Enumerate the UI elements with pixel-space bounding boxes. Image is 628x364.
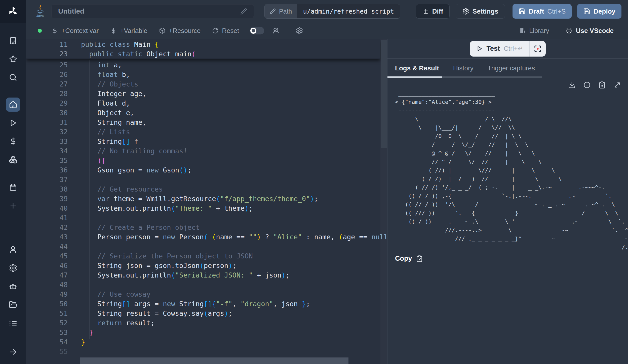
test-button[interactable]: Test Ctrl+↵ bbox=[470, 41, 530, 57]
path-value[interactable]: u/admin/refreshed_script bbox=[297, 4, 400, 18]
code-line-31[interactable]: 31 String name, bbox=[26, 117, 380, 127]
path-label-segment[interactable]: Path bbox=[265, 4, 297, 18]
line-number: 51 bbox=[26, 309, 68, 317]
use-vscode-button[interactable]: Use VScode bbox=[560, 23, 619, 39]
code-line-42[interactable]: 42 // Create a Person object bbox=[26, 222, 380, 232]
sidebar-item-settings[interactable] bbox=[6, 261, 20, 275]
sidebar-item-favorites[interactable] bbox=[6, 52, 20, 66]
settings-button[interactable]: Settings bbox=[456, 4, 505, 19]
code-line-26[interactable]: 26 float b, bbox=[26, 70, 380, 79]
code-line-50[interactable]: 50 String[] args = new String[]{"-f", "d… bbox=[26, 299, 380, 308]
code-lines[interactable]: 25 int a,26 float b,27 // Objects28 Inte… bbox=[26, 60, 380, 356]
sidebar-item-workers[interactable] bbox=[6, 279, 20, 293]
result-output[interactable]: _____________________________ < {"name":… bbox=[395, 89, 628, 252]
line-number: 52 bbox=[26, 319, 68, 327]
diff-button[interactable]: Diff bbox=[416, 4, 450, 19]
code-line-38[interactable]: 38 // Get resources bbox=[26, 184, 380, 194]
reset-button[interactable]: Reset bbox=[206, 23, 245, 39]
sidebar-item-resources[interactable] bbox=[6, 153, 20, 167]
assistant-toggle[interactable] bbox=[250, 27, 264, 34]
code-editor[interactable]: 25 int a,26 float b,27 // Objects28 Inte… bbox=[26, 39, 387, 364]
sidebar-item-add[interactable] bbox=[6, 199, 20, 213]
code-line-35[interactable]: 35 ){ bbox=[26, 156, 380, 165]
code-line-36[interactable]: 36 Gson gson = new Gson(); bbox=[26, 165, 380, 175]
sticky-scroll-lines[interactable]: 11public class Main {23 public static Ob… bbox=[26, 39, 380, 59]
deploy-button[interactable]: Deploy bbox=[577, 4, 621, 19]
copy-result-button[interactable]: Copy bbox=[395, 255, 628, 262]
edit-pencil-icon bbox=[270, 8, 276, 14]
code-line-25[interactable]: 25 int a, bbox=[26, 60, 380, 70]
code-line-46[interactable]: 46 String json = gson.toJson(person); bbox=[26, 261, 380, 270]
dollar-icon bbox=[9, 137, 17, 146]
app-window: Java Untitled Path u/admin/refreshed_scr… bbox=[0, 0, 628, 364]
line-number: 45 bbox=[26, 252, 68, 260]
sidebar-item-home[interactable] bbox=[6, 98, 20, 112]
clipboard-paste-icon[interactable] bbox=[598, 81, 606, 89]
code-line-48[interactable]: 48 bbox=[26, 280, 380, 289]
code-line-44[interactable]: 44 bbox=[26, 242, 380, 251]
sidebar-item-account[interactable] bbox=[6, 243, 20, 257]
multiplayer-button[interactable] bbox=[267, 27, 284, 34]
code-line-30[interactable]: 30 Object e, bbox=[26, 108, 380, 117]
tab-trigger-captures[interactable]: Trigger captures bbox=[488, 64, 535, 72]
sidebar-item-search[interactable] bbox=[6, 70, 20, 84]
code-line-43[interactable]: 43 Person person = new Person( (name == … bbox=[26, 232, 380, 242]
code-line-45[interactable]: 45 // Serialize the Person object to JSO… bbox=[26, 251, 380, 261]
code-line-51[interactable]: 51 String result = Cowsay.say(args); bbox=[26, 308, 380, 318]
scrollbar-thumb[interactable] bbox=[381, 40, 387, 148]
code-line-11[interactable]: 11public class Main { bbox=[26, 39, 380, 49]
sidebar-item-audit-logs[interactable] bbox=[6, 316, 20, 330]
line-number: 40 bbox=[26, 204, 68, 212]
code-line-40[interactable]: 40 System.out.println("Theme: " + theme)… bbox=[26, 203, 380, 213]
code-line-47[interactable]: 47 System.out.println("Serialized JSON: … bbox=[26, 270, 380, 280]
sidebar-item-runs[interactable] bbox=[6, 116, 20, 130]
code-line-55[interactable]: 55 bbox=[26, 347, 380, 356]
edit-pencil-icon[interactable] bbox=[240, 8, 247, 15]
add-variable-button[interactable]: +Variable bbox=[104, 23, 153, 39]
path-field[interactable]: Path u/admin/refreshed_script bbox=[264, 4, 400, 19]
code-line-28[interactable]: 28 Integer age, bbox=[26, 89, 380, 98]
line-number: 28 bbox=[26, 90, 68, 98]
editor-vertical-scrollbar[interactable] bbox=[380, 39, 387, 364]
capture-button[interactable] bbox=[530, 41, 546, 57]
library-button[interactable]: Library bbox=[514, 23, 555, 39]
editor-settings-button[interactable] bbox=[291, 27, 308, 34]
sidebar-item-variables[interactable] bbox=[6, 134, 20, 148]
code-line-27[interactable]: 27 // Objects bbox=[26, 79, 380, 89]
code-line-23[interactable]: 23 public static Object main( bbox=[26, 49, 380, 59]
sidebar-item-workspace[interactable] bbox=[6, 34, 20, 48]
code-line-32[interactable]: 32 // Lists bbox=[26, 127, 380, 136]
code-line-49[interactable]: 49 // Use cowsay bbox=[26, 289, 380, 299]
code-line-29[interactable]: 29 Float d, bbox=[26, 98, 380, 108]
sidebar-expand-button[interactable] bbox=[6, 345, 20, 359]
code-line-34[interactable]: 34 // No trailing commas! bbox=[26, 146, 380, 156]
sidebar-item-folders[interactable] bbox=[6, 298, 20, 312]
panel-tabs: Logs & Result History Trigger captures bbox=[387, 59, 628, 78]
tab-history[interactable]: History bbox=[453, 64, 474, 72]
code-line-41[interactable]: 41 bbox=[26, 213, 380, 222]
calendar-icon bbox=[9, 183, 17, 192]
code-line-54[interactable]: 54} bbox=[26, 337, 380, 347]
add-context-var-button[interactable]: +Context var bbox=[46, 23, 104, 39]
add-resource-button[interactable]: +Resource bbox=[153, 23, 206, 39]
tab-logs-result[interactable]: Logs & Result bbox=[395, 64, 439, 72]
code-line-53[interactable]: 53 } bbox=[26, 328, 380, 337]
indent-guide bbox=[81, 60, 81, 339]
dollar-icon bbox=[110, 27, 117, 34]
code-line-52[interactable]: 52 return result; bbox=[26, 318, 380, 328]
line-number: 42 bbox=[26, 223, 68, 231]
java-language-icon: Java bbox=[35, 5, 45, 18]
info-icon[interactable] bbox=[583, 81, 591, 89]
code-line-39[interactable]: 39 var theme = Wmill.getResource("f/app_… bbox=[26, 194, 380, 203]
expand-icon[interactable] bbox=[613, 81, 621, 89]
sidebar-item-schedules[interactable] bbox=[6, 180, 20, 195]
windmill-logo[interactable] bbox=[0, 0, 26, 23]
script-title-field[interactable]: Untitled bbox=[51, 4, 254, 18]
editor-horizontal-scrollbar[interactable] bbox=[80, 357, 348, 364]
code-line-33[interactable]: 33 String[] f bbox=[26, 136, 380, 146]
test-label: Test bbox=[487, 45, 500, 53]
download-icon[interactable] bbox=[568, 81, 576, 89]
test-shortcut: Ctrl+↵ bbox=[504, 45, 523, 53]
draft-button[interactable]: Draft Ctrl+S bbox=[513, 4, 572, 19]
code-line-37[interactable]: 37 bbox=[26, 175, 380, 184]
